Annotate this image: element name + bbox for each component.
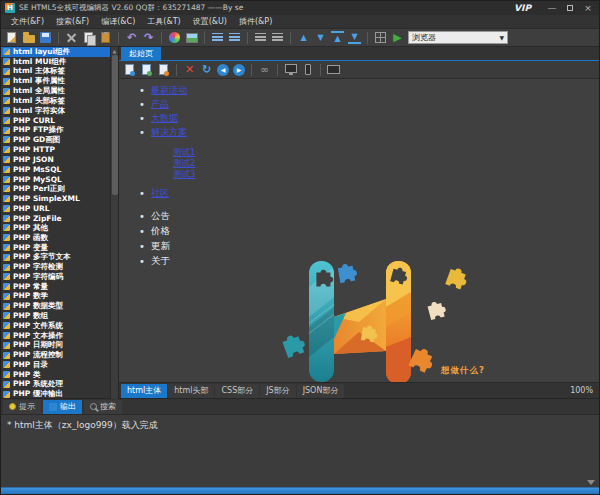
editor-section-tab[interactable]: CSS部分 — [215, 384, 259, 398]
tree-item[interactable]: html 头部标签 — [1, 96, 110, 106]
import-page-icon[interactable] — [140, 63, 153, 76]
tree-item[interactable]: PHP SimpleXML — [1, 194, 110, 204]
tree-item[interactable]: PHP 数据类型 — [1, 301, 110, 311]
tree-item[interactable]: PHP HTTP — [1, 145, 110, 155]
forward-icon[interactable]: ▶ — [233, 64, 245, 76]
tree-item[interactable]: PHP 类 — [1, 370, 110, 380]
editor-section-tab[interactable]: html主体 — [121, 384, 167, 398]
new-page-icon[interactable] — [123, 63, 136, 76]
tree-item[interactable]: PHP JSON — [1, 155, 110, 165]
scroll-down-icon[interactable] — [587, 480, 595, 485]
tree-item[interactable]: PHP 字符检测 — [1, 262, 110, 272]
mobile-preview-icon[interactable] — [301, 63, 314, 76]
tree-item[interactable]: html 事件属性 — [1, 76, 110, 86]
save-icon[interactable] — [39, 31, 52, 44]
tab-output[interactable]: 输出 — [43, 400, 82, 414]
tree-item[interactable]: html MUI组件 — [1, 57, 110, 67]
widescreen-preview-icon[interactable] — [327, 63, 340, 76]
library-icon — [3, 371, 10, 378]
tree-item[interactable]: PHP 其他 — [1, 223, 110, 233]
tree-item[interactable]: PHP CURL — [1, 115, 110, 125]
tree-item[interactable]: PHP ZipFile — [1, 213, 110, 223]
tab-hints[interactable]: 提示 — [3, 400, 41, 414]
redo-icon[interactable]: ↷ — [142, 31, 155, 44]
link-icon[interactable]: ∞ — [258, 63, 271, 76]
nav-link[interactable]: 解决方案 — [151, 126, 187, 139]
close-button[interactable]: × — [581, 3, 595, 13]
grid-icon[interactable] — [374, 31, 387, 44]
tree-item-label: PHP Perl正则 — [13, 184, 65, 194]
minimize-button[interactable]: — — [545, 3, 559, 13]
move-to-top-icon[interactable]: ▲ — [331, 31, 344, 44]
editor-section-tab[interactable]: html头部 — [168, 384, 214, 398]
nav-link[interactable]: 大数据 — [151, 112, 178, 125]
tree-item[interactable]: PHP 数学 — [1, 292, 110, 302]
copy-icon[interactable] — [82, 31, 95, 44]
refresh-icon[interactable]: ↻ — [200, 63, 213, 76]
tree-item[interactable]: PHP 字符编码 — [1, 272, 110, 282]
indent-left-icon[interactable] — [254, 31, 267, 44]
back-icon[interactable]: ◀ — [217, 64, 229, 76]
editor-section-tab[interactable]: JS部分 — [260, 384, 295, 398]
insert-image-icon[interactable] — [185, 31, 198, 44]
menu-item[interactable]: 文件(&F) — [6, 16, 49, 27]
tree-item[interactable]: PHP Perl正则 — [1, 184, 110, 194]
tab-start-page[interactable]: 起始页 — [121, 47, 161, 60]
menu-item[interactable]: 插件(&P) — [234, 16, 277, 27]
indent-right-icon[interactable] — [271, 31, 284, 44]
sidebar-scrollbar[interactable]: ▲ ▼ — [110, 47, 118, 409]
sub-link[interactable]: 测试3 — [173, 169, 195, 181]
vip-badge[interactable]: VIP — [514, 3, 531, 13]
tree-item[interactable]: PHP GD画图 — [1, 135, 110, 145]
tree-item[interactable]: PHP MsSQL — [1, 164, 110, 174]
tree-item[interactable]: PHP 缓冲输出 — [1, 389, 110, 399]
nav-link[interactable]: 产品 — [151, 98, 169, 111]
tree-item[interactable]: PHP 文本操作 — [1, 331, 110, 341]
cut-icon[interactable] — [65, 31, 78, 44]
editor-section-tab[interactable]: JSON部分 — [297, 384, 345, 398]
desktop-preview-icon[interactable] — [284, 63, 297, 76]
tree-item[interactable]: PHP 文件系统 — [1, 321, 110, 331]
menu-item[interactable]: 搜索(&F) — [51, 16, 94, 27]
tree-item[interactable]: PHP 常量 — [1, 282, 110, 292]
move-to-bottom-icon[interactable]: ▼ — [348, 31, 361, 44]
tree-item[interactable]: PHP 系统处理 — [1, 380, 110, 390]
open-file-icon[interactable] — [22, 31, 35, 44]
tree-item[interactable]: PHP 多字节文本 — [1, 252, 110, 262]
tree-item[interactable]: PHP 日期时间 — [1, 340, 110, 350]
move-down-icon[interactable]: ▼ — [314, 31, 327, 44]
export-page-icon[interactable] — [157, 63, 170, 76]
tree-item[interactable]: PHP 目录 — [1, 360, 110, 370]
align-center-icon[interactable] — [228, 31, 241, 44]
run-icon[interactable]: ▶ — [391, 31, 404, 44]
menu-item[interactable]: 设置(&U) — [188, 16, 232, 27]
scroll-up-icon[interactable]: ▲ — [113, 47, 117, 55]
move-up-icon[interactable]: ▲ — [297, 31, 310, 44]
menu-item[interactable]: 编译(&C) — [96, 16, 140, 27]
close-page-icon[interactable]: ✕ — [183, 63, 196, 76]
library-icon — [3, 234, 10, 241]
tree-item[interactable]: PHP MySQL — [1, 174, 110, 184]
menu-item[interactable]: 工具(&T) — [142, 16, 185, 27]
maximize-button[interactable] — [563, 3, 577, 13]
scrollbar-thumb[interactable] — [112, 55, 118, 195]
tree-item[interactable]: html 全局属性 — [1, 86, 110, 96]
align-left-icon[interactable] — [211, 31, 224, 44]
tree-item[interactable]: PHP 函数 — [1, 233, 110, 243]
browser-select[interactable]: 浏览器 ▼ — [408, 31, 508, 44]
undo-icon[interactable]: ↶ — [125, 31, 138, 44]
tree-item[interactable]: html 主体标签 — [1, 67, 110, 77]
tree-item[interactable]: PHP FTP操作 — [1, 125, 110, 135]
new-file-icon[interactable] — [5, 31, 18, 44]
tree-item[interactable]: PHP 变量 — [1, 243, 110, 253]
tree-item[interactable]: html layui组件 — [1, 47, 110, 57]
tree-item[interactable]: html 字符实体 — [1, 106, 110, 116]
paste-icon[interactable] — [99, 31, 112, 44]
tree-item[interactable]: PHP URL — [1, 204, 110, 214]
tree-item[interactable]: PHP 流程控制 — [1, 350, 110, 360]
nav-link[interactable]: 最新活动 — [151, 84, 187, 97]
color-picker-icon[interactable] — [168, 31, 181, 44]
community-link[interactable]: 社区 — [151, 187, 169, 200]
tab-search[interactable]: 搜索 — [84, 400, 122, 414]
tree-item[interactable]: PHP 数组 — [1, 311, 110, 321]
